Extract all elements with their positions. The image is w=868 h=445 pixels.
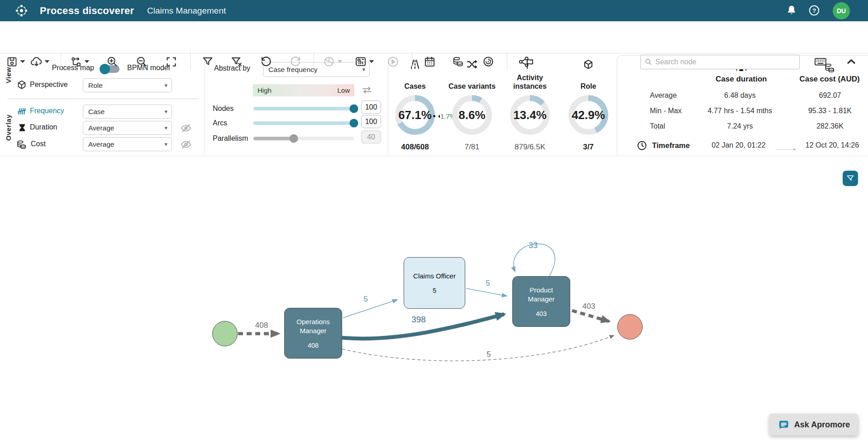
zoom-in-icon	[106, 55, 119, 68]
timeframe-start: 02 Jan 20, 01:22	[711, 141, 765, 149]
timeframe-label: Timeframe	[652, 141, 690, 150]
svg-text:?: ?	[812, 7, 816, 14]
nodes-value-box[interactable]: 100	[361, 100, 381, 114]
play-icon	[386, 55, 400, 68]
toolbar-divider	[412, 51, 412, 71]
zoom-out-button[interactable]	[134, 54, 149, 69]
toolbar	[0, 21, 868, 53]
edge-operations-product	[342, 314, 504, 339]
perspective-label: Perspective	[30, 81, 68, 89]
layout-button[interactable]	[68, 54, 84, 69]
frequency-tally-icon	[16, 106, 27, 117]
edge-label: 33	[529, 241, 538, 250]
ask-apromore-label: Ask Apromore	[794, 420, 850, 430]
process-node-operations-manager[interactable]: Operations Manager 408	[284, 308, 342, 359]
collapse-panel-button[interactable]	[844, 54, 859, 69]
process-node-claims-officer[interactable]: Claims Officer 5	[404, 257, 465, 309]
dashboard-menu-caret[interactable]	[369, 59, 374, 64]
user-avatar[interactable]: DU	[833, 2, 850, 19]
canvas-filter-button[interactable]	[843, 171, 858, 186]
layout-menu-caret[interactable]	[84, 59, 90, 64]
share-button[interactable]	[516, 54, 531, 69]
parallelism-slider[interactable]	[253, 137, 354, 140]
average-row-label: Average	[650, 91, 677, 100]
process-node-product-manager[interactable]: Product Manager 403	[512, 276, 570, 327]
fit-screen-icon	[165, 56, 177, 68]
help-icon[interactable]: ?	[808, 4, 820, 17]
snapshot-button[interactable]	[321, 54, 337, 69]
swap-order-icon[interactable]	[360, 84, 374, 96]
search-icon	[644, 58, 653, 66]
save-button[interactable]	[4, 54, 19, 69]
fit-screen-button[interactable]	[163, 54, 179, 69]
redo-button[interactable]	[288, 54, 303, 69]
cost-settings-button[interactable]	[450, 54, 466, 69]
total-duration-value: 7.24 yrs	[727, 122, 753, 130]
slider-knob[interactable]	[350, 119, 358, 128]
calendar-button[interactable]	[422, 54, 437, 69]
goal-button[interactable]	[481, 54, 496, 69]
chat-icon	[777, 419, 790, 431]
edge-label: 5	[486, 350, 491, 359]
overlay-section-label: Overlay	[5, 102, 12, 153]
high-label: High	[258, 86, 272, 94]
filter-icon	[201, 55, 214, 68]
export-cloud-icon	[30, 55, 43, 68]
remove-filter-icon	[230, 55, 243, 68]
zoom-in-button[interactable]	[105, 54, 120, 69]
slider-knob[interactable]	[289, 134, 298, 143]
edge-label: 398	[411, 315, 426, 324]
minmax-duration-value: 4.77 hrs - 1.54 mths	[708, 107, 772, 115]
cube-icon	[582, 59, 594, 71]
aperture-icon	[323, 55, 335, 68]
remove-filter-button[interactable]	[229, 54, 244, 69]
layout-icon	[70, 56, 82, 68]
cost-select[interactable]: Average	[83, 137, 172, 151]
case-variants-donut: 8.6%	[452, 95, 492, 135]
arcs-slider[interactable]	[253, 121, 354, 125]
end-node[interactable]	[617, 314, 643, 340]
edge-label: 403	[582, 302, 595, 311]
arcs-value-box[interactable]: 100	[361, 115, 381, 128]
frequency-select[interactable]: Case	[83, 105, 172, 119]
duration-select[interactable]: Average	[83, 121, 172, 135]
snapshot-menu-caret[interactable]	[337, 59, 343, 64]
cost-label: Cost	[31, 140, 46, 148]
case-cost-header: Case cost (AUD)	[799, 75, 859, 84]
export-menu-caret[interactable]	[44, 59, 50, 64]
toolbar-divider	[507, 51, 507, 71]
undo-icon	[260, 55, 272, 68]
edge-label: 408	[255, 321, 268, 330]
search-node-input[interactable]	[655, 58, 796, 66]
app-header: Process discoverer Claims Management ? D…	[0, 0, 868, 21]
page-title: Process discoverer	[40, 5, 134, 17]
metrics-card: Case duration Case cost (AUD) Average 6.…	[617, 55, 868, 156]
nodes-slider[interactable]	[253, 107, 354, 110]
filter-bolt-icon	[846, 174, 855, 183]
notifications-bell-icon[interactable]	[785, 4, 798, 17]
dashboard-button[interactable]	[353, 54, 368, 69]
undo-button[interactable]	[258, 54, 274, 69]
perspective-select[interactable]: Role	[83, 78, 172, 92]
total-row-label: Total	[650, 122, 665, 130]
duration-label: Duration	[30, 123, 57, 131]
keyboard-shortcuts-button[interactable]	[813, 54, 828, 69]
nodes-slider-label: Nodes	[213, 105, 234, 113]
filter-button[interactable]	[200, 54, 215, 69]
node-label: Product Manager	[513, 286, 570, 303]
export-button[interactable]	[29, 54, 44, 69]
save-menu-caret[interactable]	[20, 59, 25, 64]
ask-apromore-button[interactable]: Ask Apromore	[769, 414, 858, 435]
duration-eye-off-icon[interactable]	[180, 122, 192, 134]
cost-eye-off-icon[interactable]	[180, 139, 192, 150]
node-frequency: 403	[536, 310, 547, 317]
start-node[interactable]	[212, 321, 238, 346]
average-duration-value: 6.48 days	[724, 91, 755, 100]
dashboard-icon	[354, 55, 367, 68]
average-cost-value: 692.07	[819, 91, 841, 100]
slider-knob[interactable]	[350, 105, 358, 113]
animate-button[interactable]	[385, 54, 401, 69]
clock-icon	[636, 140, 648, 151]
toolbar-divider	[190, 51, 191, 71]
redo-icon	[289, 55, 302, 68]
